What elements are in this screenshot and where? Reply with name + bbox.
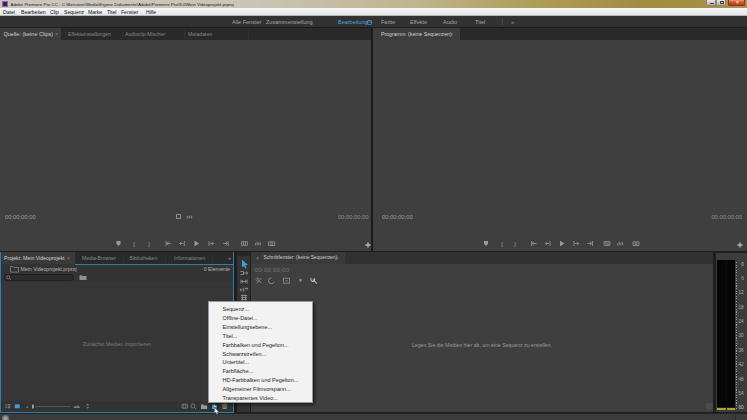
svg-text:36: 36: [738, 348, 744, 353]
svg-text:30: 30: [738, 333, 744, 338]
svg-text:6: 6: [741, 276, 744, 281]
svg-text:0: 0: [741, 262, 744, 267]
svg-text:60: 60: [738, 405, 744, 410]
svg-text:18: 18: [738, 305, 744, 310]
svg-text:{: {: [133, 240, 135, 247]
svg-text:42: 42: [738, 362, 744, 367]
svg-text:12: 12: [738, 290, 744, 295]
svg-text:}: }: [514, 240, 516, 247]
svg-text:}: }: [148, 240, 150, 247]
svg-text:48: 48: [738, 377, 744, 382]
svg-text:24: 24: [738, 319, 744, 324]
svg-text:54: 54: [738, 391, 744, 396]
svg-text:{: {: [501, 240, 503, 247]
